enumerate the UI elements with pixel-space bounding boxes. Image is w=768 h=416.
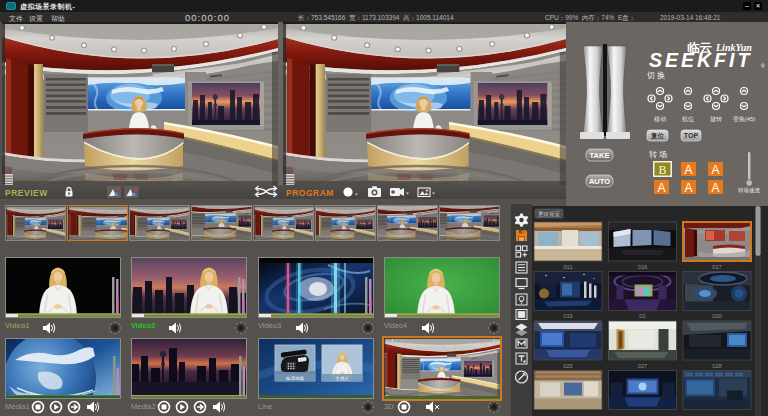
- svg-text:020: 020: [712, 313, 722, 319]
- svg-text:移动: 移动: [654, 116, 666, 123]
- svg-text:TOP: TOP: [684, 132, 699, 139]
- svg-text:A: A: [684, 163, 692, 177]
- svg-text:电话连线: 电话连线: [286, 376, 305, 381]
- svg-text:TAKE: TAKE: [590, 151, 610, 160]
- svg-text:切换: 切换: [646, 71, 667, 80]
- svg-text:025: 025: [563, 363, 573, 369]
- svg-text:转场: 转场: [649, 150, 669, 159]
- svg-text:019: 019: [563, 313, 573, 319]
- svg-text:A: A: [657, 181, 665, 195]
- svg-text:旋转: 旋转: [710, 116, 722, 123]
- svg-text:变焦(45): 变焦(45): [733, 115, 756, 123]
- svg-text:转场速度: 转场速度: [738, 187, 761, 194]
- svg-text:02: 02: [639, 313, 645, 319]
- svg-text:更改背景: 更改背景: [538, 211, 561, 217]
- svg-text:复位: 复位: [650, 132, 665, 140]
- svg-text:017: 017: [712, 264, 722, 270]
- svg-text:SEEKFIT: SEEKFIT: [649, 49, 752, 71]
- svg-text:011: 011: [563, 264, 572, 270]
- svg-text:016: 016: [638, 264, 648, 270]
- svg-text:B: B: [658, 163, 666, 177]
- svg-text:028: 028: [712, 363, 722, 369]
- svg-text:机位: 机位: [682, 116, 694, 122]
- svg-text:A: A: [684, 181, 692, 195]
- svg-text:®: ®: [761, 63, 765, 69]
- svg-text:A: A: [711, 163, 719, 177]
- svg-text:027: 027: [638, 363, 648, 369]
- svg-text:A: A: [711, 181, 719, 195]
- svg-text:AUTO: AUTO: [589, 177, 610, 186]
